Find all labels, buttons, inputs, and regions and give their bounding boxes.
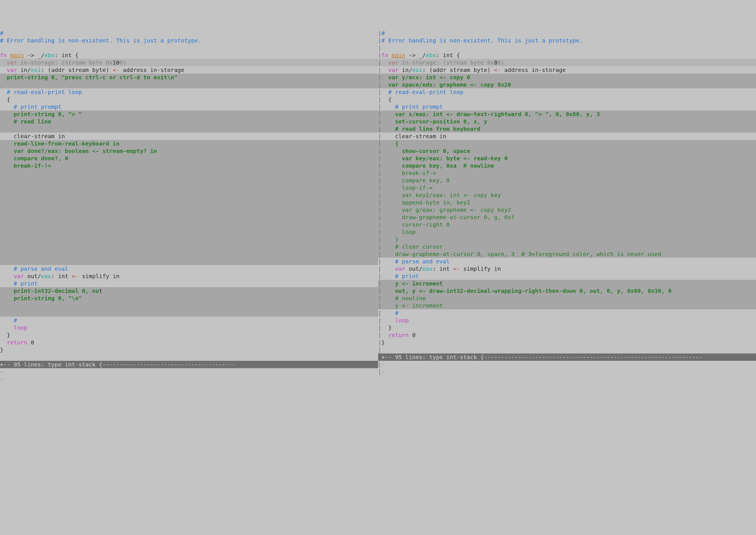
code-line[interactable]: | var space/edx: grapheme <- copy 0x20 [378,81,756,88]
code-line[interactable]: | append-byte in, key2 [378,199,756,206]
code-line[interactable] [0,206,378,213]
pane-separator: | [378,66,381,74]
code-line[interactable]: break-if-!= [0,162,378,169]
code-line[interactable]: # Error handling is non-existent. This i… [0,37,378,44]
code-line[interactable] [0,221,378,228]
code-line[interactable]: | clear-stream in [378,132,756,140]
code-line[interactable]: | # clear cursor [378,243,756,250]
code-line[interactable]: | var key/eax: byte <- read-key 0 [378,155,756,162]
code-line[interactable]: | { [378,140,756,147]
code-line[interactable]: # read-eval-print loop [0,88,378,96]
code-line[interactable]: | y <- increment [378,302,756,309]
code-line[interactable]: # read line [0,118,378,125]
token [381,310,395,316]
code-line[interactable]: +-- 95 lines: type int-stack {----------… [0,361,378,368]
code-line[interactable] [0,199,378,206]
code-line[interactable]: clear-stream in [0,132,378,140]
code-line[interactable]: | # parse and eval [378,258,756,265]
code-line[interactable]: | draw-grapheme-at-cursor 0, space, 3 # … [378,250,756,258]
code-line[interactable]: print-string 0, "\n" [0,295,378,302]
code-line[interactable]: | } [378,324,756,331]
code-line[interactable]: | set-cursor-position 0, x, y [378,118,756,125]
code-line[interactable] [0,353,378,361]
code-line[interactable]: var in-storage: (stream byte 0x100) [0,59,378,66]
code-line[interactable] [0,177,378,184]
code-line[interactable]: | draw-grapheme-at-cursor 0, g, 0xf [378,213,756,221]
code-line[interactable] [0,44,378,51]
code-line[interactable]: | out, y <- draw-int32-decimal-wrapping-… [378,287,756,295]
code-line[interactable]: read-line-from-real-keyboard in [0,140,378,147]
code-line[interactable] [0,258,378,265]
code-line[interactable]: } [0,331,378,339]
code-line[interactable]: # print prompt [0,103,378,110]
right-pane[interactable]: |#|# Error handling is non-existent. Thi… [378,29,756,535]
code-line[interactable]: var in/esi: (addr stream byte) <- addres… [0,66,378,74]
code-line[interactable]: | loop [378,228,756,236]
code-line[interactable]: |fn main -> _/ebx: int { [378,51,756,59]
code-line[interactable]: | var y/ecx: int <- copy 0 [378,74,756,81]
left-pane[interactable]: ## Error handling is non-existent. This … [0,29,378,535]
code-line[interactable]: | # [378,309,756,317]
code-line[interactable]: print-string 0, "press ctrl-c or ctrl-d … [0,74,378,81]
code-line[interactable]: |# Error handling is non-existent. This … [378,37,756,44]
code-line[interactable]: | } [378,236,756,243]
code-line[interactable]: # [0,317,378,324]
code-line[interactable] [0,81,378,88]
code-line[interactable] [0,184,378,191]
code-line[interactable]: | compare key, 0 [378,177,756,184]
code-line[interactable]: | cursor-right 0 [378,221,756,228]
code-line[interactable] [0,302,378,309]
code-line[interactable]: | # newline [378,295,756,302]
code-line[interactable]: | var in-storage: (stream byte 0x80) [378,59,756,66]
code-line[interactable]: print-string 0, "> " [0,110,378,118]
code-line[interactable]: | var key2/eax: int <- copy key [378,191,756,199]
code-line[interactable]: # [0,29,378,37]
code-line[interactable]: fn main -> _/ebx: int { [0,51,378,59]
line-content: # [381,309,756,317]
code-line[interactable] [0,250,378,258]
code-line[interactable]: | # read-eval-print loop [378,88,756,96]
code-line[interactable]: | var x/eax: int <- draw-text-rightward … [378,110,756,118]
code-line[interactable]: |~ [378,361,756,368]
code-line[interactable]: | compare key, 0xa # newline [378,162,756,169]
code-line[interactable] [0,125,378,132]
code-line[interactable]: | show-cursor 0, space [378,147,756,155]
code-line[interactable] [0,309,378,317]
code-line[interactable]: compare done?, 0 [0,155,378,162]
code-line[interactable]: | return 0 [378,331,756,339]
code-line[interactable]: return 0 [0,339,378,346]
code-line[interactable]: |# [378,29,756,37]
code-line[interactable]: | [378,44,756,51]
code-line[interactable]: | { [378,96,756,103]
code-line[interactable]: ~ [0,368,378,376]
code-line[interactable]: print-int32-decimal 0, out [0,287,378,295]
code-line[interactable]: | var g/eax: grapheme <- copy key2 [378,206,756,213]
code-line[interactable]: |+-- 95 lines: type int-stack {---------… [378,353,756,361]
code-line[interactable]: loop [0,324,378,331]
code-line[interactable]: | loop-if-= [378,184,756,191]
code-line[interactable]: | var in/esi: (addr stream byte) <- addr… [378,66,756,74]
code-line[interactable]: var out/eax: int <- simplify in [0,272,378,280]
code-line[interactable]: | break-if-= [378,169,756,177]
code-line[interactable] [0,243,378,250]
code-line[interactable]: |} [378,339,756,346]
code-line[interactable] [0,213,378,221]
code-line[interactable]: # parse and eval [0,265,378,272]
code-line[interactable]: { [0,96,378,103]
code-line[interactable] [0,228,378,236]
code-line[interactable]: | # print prompt [378,103,756,110]
code-line[interactable] [0,191,378,199]
code-line[interactable] [0,169,378,177]
code-line[interactable]: | # print [378,272,756,280]
code-line[interactable]: | y <- increment [378,280,756,287]
code-line[interactable]: | loop [378,317,756,324]
code-line[interactable]: | var out/eax: int <- simplify in [378,265,756,272]
code-line[interactable]: # print [0,280,378,287]
code-line[interactable]: var done?/eax: boolean <- stream-empty? … [0,147,378,155]
code-line[interactable]: | [378,346,756,353]
code-line[interactable] [0,236,378,243]
code-line[interactable]: |~ [378,368,756,376]
code-line[interactable]: ~ [0,376,378,383]
code-line[interactable]: | # read line from keyboard [378,125,756,132]
code-line[interactable]: } [0,346,378,353]
